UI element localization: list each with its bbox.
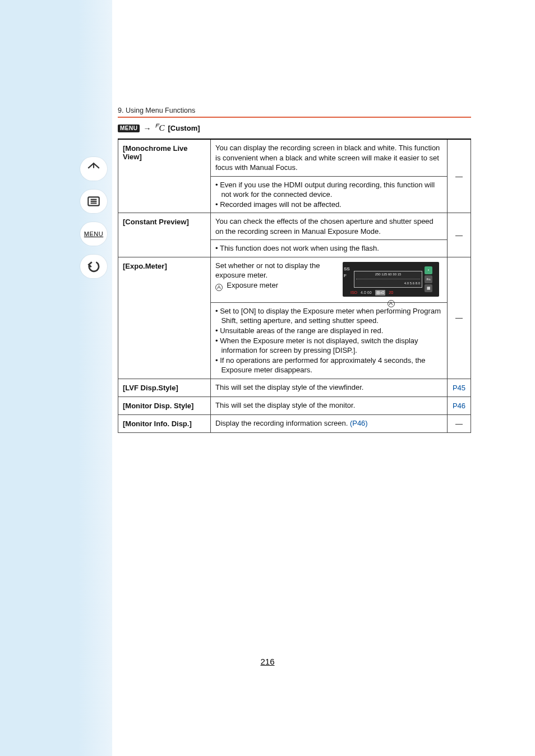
meter-box: 250 125 60 30 15 4.0 5.6 8.0: [354, 271, 422, 288]
f-ticks: 4.0 5.6 8.0: [356, 282, 420, 286]
setting-ref: —: [448, 139, 471, 213]
setting-desc: Display the recording information screen…: [211, 414, 448, 432]
setting-name: [Constant Preview]: [118, 213, 211, 257]
setting-desc: Set whether or not to display the exposu…: [211, 257, 448, 302]
page-link-inline[interactable]: (P46): [350, 419, 368, 427]
setting-ref: —: [448, 213, 471, 257]
home-icon: [86, 162, 101, 176]
setting-name: [LVF Disp.Style]: [118, 379, 211, 397]
menu-badge: MENU: [118, 125, 140, 132]
f-axis-label: F: [344, 273, 347, 279]
setting-desc: This will set the display style of the v…: [211, 379, 448, 397]
legend-label: Exposure meter: [227, 281, 278, 289]
setting-name: [Monochrome Live View]: [118, 139, 211, 213]
desc-text: Display the recording information screen…: [215, 419, 350, 427]
table-row: [Monitor Info. Disp.] Display the record…: [118, 414, 471, 432]
expo-top-line: Set whether or not to display the exposu…: [215, 261, 320, 280]
setting-desc: You can check the effects of the chosen …: [211, 213, 448, 240]
list-item: This function does not work when using t…: [215, 243, 442, 253]
setting-notes: Even if you use the HDMI output during r…: [211, 176, 448, 213]
setting-ref: —: [448, 414, 471, 432]
table-row: [Monochrome Live View] You can display t…: [118, 139, 471, 176]
ss-axis-label: SS: [344, 266, 350, 273]
back-arrow-icon: [86, 259, 101, 274]
grid-icon: ▦: [425, 284, 432, 292]
setting-desc: This will set the display style of the m…: [211, 397, 448, 414]
breadcrumb: 9. Using Menu Functions: [118, 107, 465, 117]
legend-marker-a: A: [215, 284, 223, 291]
setting-name: [Monitor Info. Disp.]: [118, 414, 211, 432]
list-item: Even if you use the HDMI output during r…: [215, 180, 442, 200]
list-item: Recorded images will not be affected.: [215, 200, 442, 210]
setting-notes: This function does not work when using t…: [211, 240, 448, 257]
list-item: Unsuitable areas of the range are displa…: [215, 326, 442, 336]
ev-value: ±0: [380, 291, 385, 294]
figure-callout: A: [343, 298, 439, 307]
settings-table: [Monochrome Live View] You can display t…: [118, 139, 471, 433]
setting-ref: P46: [448, 397, 471, 414]
list-item: When the Exposure meter is not displayed…: [215, 336, 442, 356]
nav-back-pill[interactable]: [80, 255, 107, 278]
page-link[interactable]: P46: [453, 402, 465, 410]
remain-value: 20: [389, 290, 393, 295]
table-row: [Monitor Disp. Style] This will set the …: [118, 397, 471, 414]
list-icon: [86, 194, 101, 209]
table-row: [Expo.Meter] Set whether or not to displ…: [118, 257, 471, 302]
menu-path: MENU → ꟳC [Custom]: [118, 123, 465, 133]
setting-desc: You can display the recording screen in …: [211, 139, 448, 176]
fn-icon: Fn: [425, 275, 432, 283]
setting-name: [Expo.Meter]: [118, 257, 211, 379]
exposure-meter-figure: SS F 250 125 60 30 15 4.0 5.6 8.0 ‹: [343, 262, 439, 307]
setting-name: [Monitor Disp. Style]: [118, 397, 211, 414]
list-item: If no operations are performed for appro…: [215, 356, 442, 375]
nav-menu-text-pill[interactable]: MENU: [80, 222, 107, 246]
page-link[interactable]: P45: [453, 384, 465, 392]
nav-menu-pill[interactable]: [80, 190, 107, 213]
setting-ref: —: [448, 257, 471, 379]
main-content: 9. Using Menu Functions MENU → ꟳC [Custo…: [118, 107, 465, 433]
setting-ref: P45: [448, 379, 471, 397]
list-item: Set to [ON] to display the Exposure mete…: [215, 306, 442, 326]
table-row: [LVF Disp.Style] This will set the displ…: [118, 379, 471, 397]
nav-home-pill[interactable]: [80, 157, 107, 181]
nav-pill-stack: MENU: [79, 157, 109, 278]
table-row: [Constant Preview] You can check the eff…: [118, 213, 471, 240]
section-rule: [118, 117, 471, 118]
chevron-left-icon: ‹: [425, 266, 432, 274]
sidebar-background: [0, 0, 112, 756]
menu-text-icon: MENU: [84, 231, 103, 237]
status-values: 4.0 60: [361, 290, 371, 295]
custom-label: [Custom]: [168, 124, 200, 132]
iso-badge: ISO: [350, 290, 357, 295]
ss-ticks: 250 125 60 30 15: [356, 273, 420, 277]
custom-symbol-icon: ꟳC: [154, 123, 164, 133]
page-number: 216: [0, 657, 535, 666]
arrow-icon: →: [143, 124, 151, 133]
setting-notes: Set to [ON] to display the Exposure mete…: [211, 302, 448, 379]
